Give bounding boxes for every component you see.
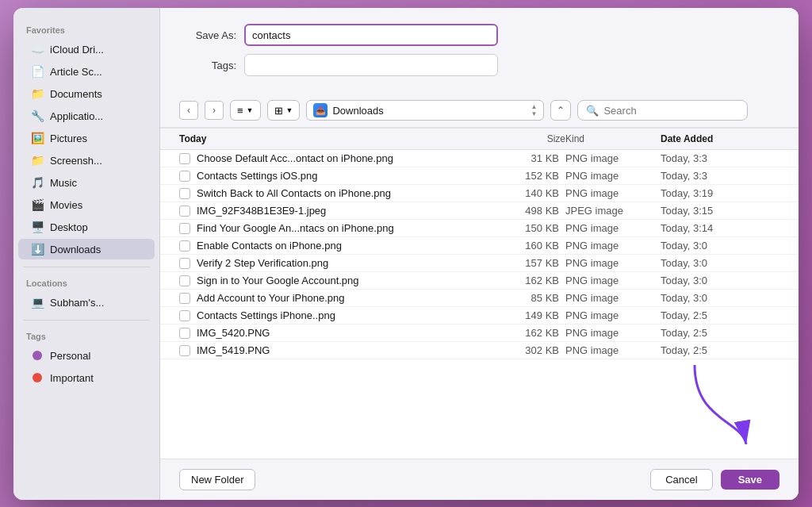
back-button[interactable]: ‹ <box>179 101 198 120</box>
file-kind: PNG image <box>565 309 661 321</box>
location-folder-icon: 📥 <box>313 103 327 117</box>
sidebar-item-applications[interactable]: 🔧 Applicatio... <box>18 106 155 126</box>
file-name-cell: Verify 2 Step Verification.png <box>179 257 502 269</box>
new-folder-button[interactable]: New Folder <box>179 469 255 490</box>
chevron-up-icon: ▲ <box>531 104 538 110</box>
location-name: Downloads <box>332 105 526 117</box>
file-name-cell: Choose Default Acc...ontact on iPhone.pn… <box>179 152 502 164</box>
file-size: 302 KB <box>502 344 565 356</box>
footer-actions: Cancel Save <box>650 469 779 490</box>
file-checkbox[interactable] <box>179 240 190 252</box>
sidebar-item-pictures[interactable]: 🖼️ Pictures <box>18 128 155 148</box>
file-checkbox[interactable] <box>179 310 190 321</box>
sidebar-item-label: Pictures <box>50 133 87 144</box>
documents-icon: 📁 <box>31 87 44 100</box>
tags-input[interactable] <box>244 54 498 76</box>
file-list-container[interactable]: Today Size Kind Date Added Choose Defaul… <box>160 128 799 459</box>
sidebar-item-downloads[interactable]: ⬇️ Downloads <box>18 239 155 259</box>
file-checkbox[interactable] <box>179 275 190 286</box>
save-as-input[interactable] <box>244 24 498 46</box>
sidebar-item-label: Desktop <box>50 221 88 233</box>
file-name-text: IMG_92F348B1E3E9-1.jpeg <box>197 205 326 217</box>
file-kind: PNG image <box>565 152 661 164</box>
table-row[interactable]: Sign in to Your Google Account.png 162 K… <box>160 272 799 290</box>
cancel-button[interactable]: Cancel <box>650 469 712 490</box>
tags-label: Tags: <box>179 60 236 71</box>
pictures-icon: 🖼️ <box>31 132 44 144</box>
file-date: Today, 2:5 <box>661 327 779 339</box>
location-selector[interactable]: 📥 Downloads ▲ ▼ <box>306 100 544 121</box>
table-row[interactable]: Find Your Google An...ntacs on iPhone.pn… <box>160 220 799 237</box>
save-button[interactable]: Save <box>721 470 779 490</box>
col-date: Date Added <box>661 132 779 146</box>
file-checkbox[interactable] <box>179 328 190 339</box>
file-kind: PNG image <box>565 344 661 356</box>
sidebar-item-desktop[interactable]: 🖥️ Desktop <box>18 217 155 237</box>
sidebar-item-label: Screensh... <box>50 155 102 167</box>
sidebar-item-label: Downloads <box>50 244 101 255</box>
file-kind: PNG image <box>565 275 661 286</box>
search-input[interactable] <box>603 105 739 117</box>
table-row[interactable]: Enable Contacts on iPhone.png 160 KB PNG… <box>160 237 799 255</box>
file-date: Today, 2:5 <box>661 344 779 356</box>
file-checkbox[interactable] <box>179 345 190 356</box>
grid-view-button[interactable]: ⊞ ▼ <box>267 100 301 121</box>
file-checkbox[interactable] <box>179 293 190 304</box>
table-row[interactable]: Add Account to Your iPhone.png 85 KB PNG… <box>160 290 799 307</box>
file-name-text: Contacts Settings iOS.png <box>197 170 317 182</box>
file-kind: PNG image <box>565 222 661 234</box>
file-name-cell: Find Your Google An...ntacs on iPhone.pn… <box>179 222 502 234</box>
sidebar-item-subham[interactable]: 💻 Subham's... <box>18 292 155 313</box>
col-size: Size <box>502 132 565 146</box>
sidebar-item-documents[interactable]: 📁 Documents <box>18 83 155 104</box>
list-view-button[interactable]: ≡ ▼ <box>230 100 261 121</box>
sidebar-item-icloud[interactable]: ☁️ iCloud Dri... <box>18 39 155 60</box>
file-size: 152 KB <box>502 170 565 182</box>
file-checkbox[interactable] <box>179 205 190 217</box>
sidebar-item-article[interactable]: 📄 Article Sc... <box>18 61 155 82</box>
table-row[interactable]: Choose Default Acc...ontact on iPhone.pn… <box>160 150 799 167</box>
table-row[interactable]: IMG_92F348B1E3E9-1.jpeg 498 KB JPEG imag… <box>160 202 799 220</box>
table-row[interactable]: Contacts Settings iPhone..png 149 KB PNG… <box>160 307 799 325</box>
file-kind: PNG image <box>565 257 661 269</box>
locations-section-title: Locations <box>13 274 159 291</box>
file-checkbox[interactable] <box>179 223 190 234</box>
sidebar-item-label: Applicatio... <box>50 110 103 122</box>
file-name-text: Contacts Settings iPhone..png <box>197 309 335 321</box>
file-checkbox[interactable] <box>179 171 190 182</box>
table-row[interactable]: Switch Back to All Contacts on iPhone.pn… <box>160 185 799 202</box>
file-checkbox[interactable] <box>179 153 190 164</box>
sidebar-item-important-tag[interactable]: Important <box>18 367 155 388</box>
file-date: Today, 3:0 <box>661 240 779 252</box>
file-kind: PNG image <box>565 187 661 199</box>
file-name-text: Find Your Google An...ntacs on iPhone.pn… <box>197 222 394 234</box>
search-box[interactable]: 🔍 <box>577 100 748 121</box>
tags-row: Tags: <box>179 54 779 76</box>
expand-button[interactable]: ⌃ <box>550 100 571 121</box>
file-size: 157 KB <box>502 257 565 269</box>
file-date: Today, 3:3 <box>661 152 779 164</box>
file-kind: PNG image <box>565 240 661 252</box>
table-row[interactable]: IMG_5419.PNG 302 KB PNG image Today, 2:5 <box>160 342 799 359</box>
save-as-row: Save As: <box>179 24 779 46</box>
sidebar-item-label: iCloud Dri... <box>50 44 104 56</box>
file-checkbox[interactable] <box>179 188 190 199</box>
sidebar-item-personal-tag[interactable]: Personal <box>18 345 155 366</box>
table-row[interactable]: IMG_5420.PNG 162 KB PNG image Today, 2:5 <box>160 325 799 342</box>
forward-button[interactable]: › <box>205 101 224 120</box>
sidebar: Favorites ☁️ iCloud Dri... 📄 Article Sc.… <box>13 8 160 500</box>
sidebar-item-music[interactable]: 🎵 Music <box>18 172 155 193</box>
file-kind: PNG image <box>565 327 661 339</box>
col-today: Today <box>179 132 502 146</box>
grid-view-icon: ⊞ <box>274 105 283 117</box>
sidebar-item-movies[interactable]: 🎬 Movies <box>18 194 155 215</box>
file-date: Today, 3:0 <box>661 257 779 269</box>
table-row[interactable]: Contacts Settings iOS.png 152 KB PNG ima… <box>160 167 799 185</box>
sidebar-item-screenshots[interactable]: 📁 Screensh... <box>18 150 155 171</box>
applications-icon: 🔧 <box>31 109 44 122</box>
chevron-down-icon: ▼ <box>531 111 538 117</box>
file-name-cell: IMG_5419.PNG <box>179 344 502 356</box>
table-row[interactable]: Verify 2 Step Verification.png 157 KB PN… <box>160 255 799 272</box>
file-list-header: Today Size Kind Date Added <box>160 129 799 150</box>
file-checkbox[interactable] <box>179 258 190 269</box>
